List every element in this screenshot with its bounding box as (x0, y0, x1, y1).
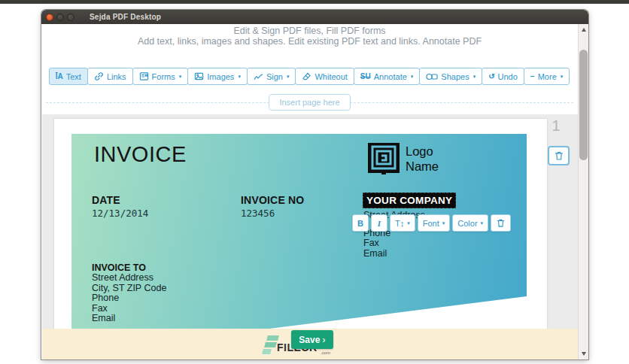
selected-company-name[interactable]: YOUR COMPANY (363, 193, 456, 208)
whiteout-tool-button[interactable]: Whiteout (295, 68, 354, 85)
header-line-1: Edit & Sign PDF files, Fill PDF forms (41, 26, 578, 36)
company-contact-block[interactable]: Phone Fax Email (363, 229, 390, 259)
window-title: Sejda PDF Desktop (90, 13, 161, 21)
undo-label: Undo (498, 72, 518, 81)
bottom-banner: FILECR .com Save › (42, 329, 578, 359)
color-button-label: Color (457, 219, 477, 228)
more-button[interactable]: − More ▾ (524, 68, 570, 85)
main-toolbar: ĪA Text Links Forms ▾ Images ▾ Sign ▾ (41, 68, 578, 85)
font-size-icon: T↕ (395, 219, 404, 228)
save-button-label: Save (299, 335, 320, 345)
chevron-down-icon: ▾ (287, 74, 290, 80)
invoice-to-line: Fax (92, 304, 166, 314)
more-label: More (538, 72, 557, 81)
images-tool-button[interactable]: Images ▾ (187, 68, 248, 85)
font-button-label: Font (423, 219, 439, 228)
invoice-title[interactable]: INVOICE (94, 142, 187, 167)
chevron-down-icon: ▾ (473, 74, 476, 80)
date-value[interactable]: 12/13/2014 (92, 208, 148, 219)
annotate-tool-label: Annotate (374, 72, 407, 81)
chevron-down-icon: ▾ (238, 74, 241, 80)
header-line-2: Add text, links, images and shapes. Edit… (41, 36, 578, 47)
font-size-button[interactable]: T↕ ▾ (390, 214, 415, 232)
invoice-no-label[interactable]: INVOICE NO (241, 194, 304, 206)
desktop: Sejda PDF Desktop Edit & Sign PDF files,… (0, 0, 629, 364)
chevron-right-icon: › (322, 334, 325, 345)
font-button[interactable]: Font ▾ (418, 214, 451, 232)
maximize-button[interactable] (67, 14, 74, 21)
company-fax: Fax (363, 238, 390, 248)
invoice-no-value[interactable]: 123456 (241, 208, 275, 219)
invoice-to-line: City, ST ZIP Code (92, 284, 166, 294)
trash-icon (554, 150, 564, 161)
scroll-up-arrow-icon[interactable] (582, 28, 586, 32)
text-tool-label: Text (66, 72, 81, 81)
logo-line-1: Logo (406, 144, 439, 159)
sign-tool-label: Sign (266, 72, 283, 81)
close-button[interactable] (46, 14, 53, 21)
company-email: Email (363, 249, 390, 259)
sign-tool-button[interactable]: Sign ▾ (247, 68, 296, 85)
undo-button[interactable]: ↺ Undo (482, 68, 524, 85)
titlebar[interactable]: Sejda PDF Desktop (41, 10, 588, 24)
trash-icon (496, 218, 506, 228)
form-icon (139, 71, 149, 81)
color-button[interactable]: Color ▾ (452, 214, 488, 232)
screen-top-strip (0, 0, 629, 4)
text-icon: ĪA (56, 72, 63, 80)
invoice-to-line: Phone (92, 293, 166, 304)
delete-page-button[interactable] (548, 146, 570, 165)
chevron-down-icon: ▾ (407, 220, 410, 226)
company-logo-icon[interactable] (368, 143, 400, 174)
italic-button[interactable]: I (371, 214, 387, 232)
scroll-down-arrow-icon[interactable] (582, 352, 586, 356)
page-number: 1 (548, 117, 564, 135)
more-icon: − (530, 72, 535, 80)
undo-icon: ↺ (488, 72, 494, 80)
invoice-to-line: Street Address (92, 273, 166, 284)
delete-text-button[interactable] (491, 214, 511, 232)
insert-page-row: Insert page here (41, 93, 578, 112)
shapes-tool-button[interactable]: Shapes ▾ (419, 68, 482, 85)
signature-icon (254, 71, 263, 81)
text-tool-button[interactable]: ĪA Text (49, 68, 88, 85)
bold-button[interactable]: B (352, 214, 369, 232)
annotate-tool-button[interactable]: SU Annotate ▾ (354, 68, 420, 85)
text-format-toolbar: B I T↕ ▾ Font ▾ Color ▾ (352, 214, 511, 232)
save-button[interactable]: Save › (291, 330, 333, 349)
forms-tool-label: Forms (152, 72, 175, 81)
images-tool-label: Images (207, 72, 234, 81)
app-window: Sejda PDF Desktop Edit & Sign PDF files,… (41, 10, 588, 359)
shapes-tool-label: Shapes (441, 72, 469, 81)
chevron-down-icon: ▾ (411, 74, 414, 80)
invoice-to-block[interactable]: Street Address City, ST ZIP Code Phone F… (92, 273, 166, 324)
minimize-button[interactable] (56, 14, 64, 21)
date-label[interactable]: DATE (92, 194, 120, 206)
shapes-icon (426, 72, 438, 81)
strikethrough-icon: SU (360, 72, 371, 80)
whiteout-tool-label: Whiteout (314, 72, 347, 81)
invoice-to-line: Email (92, 314, 166, 324)
insert-page-button[interactable]: Insert page here (269, 94, 350, 111)
link-icon (94, 71, 104, 81)
company-logo-text[interactable]: Logo Name (406, 144, 439, 174)
scrollbar-thumb[interactable] (579, 50, 588, 160)
invoice-to-label[interactable]: INVOICE TO (92, 262, 146, 273)
links-tool-button[interactable]: Links (87, 68, 133, 85)
filecr-watermark-suffix: .com (321, 350, 330, 355)
links-tool-label: Links (107, 72, 126, 81)
chevron-down-icon: ▾ (442, 220, 445, 226)
image-icon (194, 71, 204, 81)
chevron-down-icon: ▾ (179, 74, 182, 80)
vertical-scrollbar[interactable] (578, 24, 588, 359)
chevron-down-icon: ▾ (481, 220, 484, 226)
eraser-icon (302, 71, 311, 81)
forms-tool-button[interactable]: Forms ▾ (132, 68, 189, 85)
logo-line-2: Name (406, 159, 439, 174)
chevron-down-icon: ▾ (561, 74, 564, 80)
